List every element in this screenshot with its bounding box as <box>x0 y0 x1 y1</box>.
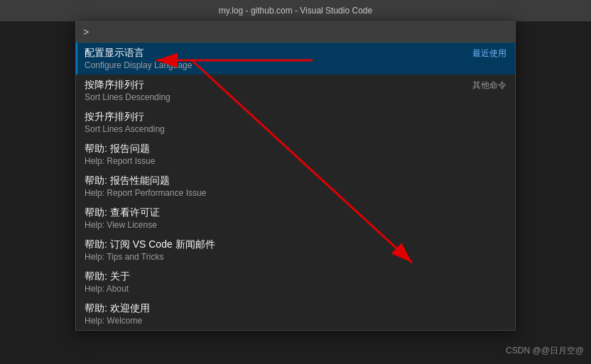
menu-item[interactable]: 按降序排列行其他命令Sort Lines Descending <box>76 75 515 106</box>
menu-item-title-cn: 按升序排列行 <box>85 111 144 123</box>
menu-item[interactable]: 配置显示语言最近使用Configure Display Language <box>76 43 515 75</box>
menu-item-title-cn: 帮助: 报告问题 <box>85 143 150 155</box>
menu-item[interactable]: 帮助: 关于Help: About <box>76 266 515 298</box>
menu-item-title-cn: 配置显示语言 <box>85 47 144 60</box>
menu-item-title-en: Help: About <box>85 284 506 294</box>
menu-item-title-en: Help: Report Issue <box>85 156 506 166</box>
menu-item-title-cn: 帮助: 报告性能问题 <box>85 175 170 187</box>
menu-item[interactable]: 按升序排列行Sort Lines Ascending <box>76 106 515 138</box>
title-bar-text: my.log - github.com - Visual Studio Code <box>219 6 372 16</box>
watermark: CSDN @@日月空@ <box>506 345 584 357</box>
menu-item-title-cn: 帮助: 订阅 VS Code 新闻邮件 <box>85 238 215 251</box>
menu-items-list: 配置显示语言最近使用Configure Display Language按降序排… <box>76 43 515 330</box>
menu-item-badge: 最近使用 <box>472 48 506 60</box>
menu-item-title-cn: 帮助: 欢迎使用 <box>85 302 150 315</box>
menu-item[interactable]: 帮助: 查看许可证Help: View License <box>76 202 515 234</box>
search-prompt: > <box>83 26 89 38</box>
title-bar: my.log - github.com - Visual Studio Code <box>0 0 591 21</box>
menu-item-title-en: Sort Lines Descending <box>85 92 506 102</box>
menu-item-badge: 其他命令 <box>472 79 506 92</box>
menu-item[interactable]: 帮助: 订阅 VS Code 新闻邮件Help: Tips and Tricks <box>76 234 515 266</box>
search-box[interactable]: > <box>76 22 515 43</box>
menu-item[interactable]: 帮助: 报告问题Help: Report Issue <box>76 138 515 170</box>
menu-item-title-en: Help: Report Performance Issue <box>85 188 506 198</box>
menu-item-title-cn: 帮助: 关于 <box>85 270 130 283</box>
menu-item-title-cn: 帮助: 查看许可证 <box>85 206 160 219</box>
menu-item-title-en: Help: View License <box>85 220 506 230</box>
menu-item[interactable]: 帮助: 报告性能问题Help: Report Performance Issue <box>76 170 515 202</box>
menu-item-title-en: Help: Welcome <box>85 316 506 326</box>
menu-item-title-en: Help: Tips and Tricks <box>85 252 506 262</box>
menu-item-title-cn: 按降序排列行 <box>85 79 144 92</box>
menu-item-title-en: Sort Lines Ascending <box>85 124 506 134</box>
menu-item[interactable]: 帮助: 欢迎使用Help: Welcome <box>76 298 515 330</box>
menu-item-title-en: Configure Display Language <box>85 60 506 70</box>
command-palette: > 配置显示语言最近使用Configure Display Language按降… <box>75 21 516 331</box>
